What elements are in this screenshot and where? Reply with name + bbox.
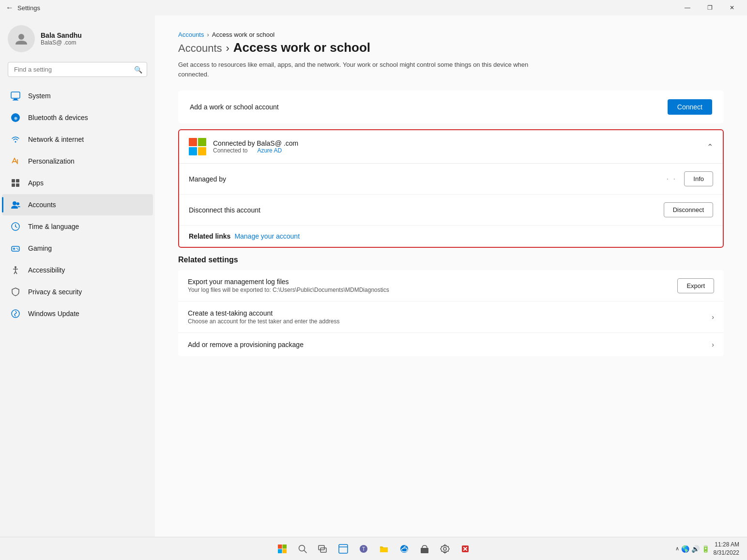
svg-point-24 (15, 266, 16, 268)
info-button[interactable]: Info (684, 171, 713, 186)
taskbar-icons: T (273, 539, 475, 559)
connected-subtitle: Connected to Azure AD (213, 147, 298, 154)
app-container: Bala Sandhu BalaS@ .com 🔍 System ⎈ (0, 15, 747, 537)
time-icon (10, 221, 21, 232)
sidebar-item-accounts[interactable]: Accounts (2, 194, 153, 215)
taskbar-clock[interactable]: 11:28 AM 8/31/2022 (714, 541, 739, 557)
browser-button[interactable] (334, 539, 353, 559)
network-sys-icon[interactable]: 🌎 (681, 545, 689, 553)
svg-point-45 (443, 547, 446, 550)
sidebar-item-label-accounts: Accounts (28, 201, 56, 209)
test-taking-row[interactable]: Create a test-taking account Choose an a… (178, 302, 724, 333)
sidebar-item-label-apps: Apps (28, 179, 44, 187)
accounts-icon (10, 199, 21, 211)
connected-header-left: Connected by BalaS@ .com Connected to Az… (189, 138, 298, 155)
export-log-desc: Your log files will be exported to: C:\U… (188, 287, 389, 293)
svg-rect-38 (339, 545, 348, 553)
svg-line-27 (14, 272, 15, 274)
tools-button[interactable] (456, 539, 475, 559)
breadcrumb-separator: › (207, 31, 209, 38)
taskbar: T ∧ 🌎 🔊 🔋 11:28 AM (0, 537, 747, 560)
system-icon (10, 90, 21, 102)
content-area: Accounts › Access work or school Account… (155, 15, 747, 537)
user-info: Bala Sandhu BalaS@ .com (41, 31, 82, 46)
maximize-button[interactable]: ❐ (699, 0, 721, 15)
connected-account-header: Connected by BalaS@ .com Connected to Az… (179, 130, 723, 164)
microsoft-logo (189, 138, 206, 155)
page-description: Get access to resources like email, apps… (178, 60, 556, 79)
sidebar-item-bluetooth[interactable]: ⎈ Bluetooth & devices (2, 107, 153, 128)
related-links-label: Related links (189, 232, 230, 240)
titlebar-left: ← Settings (6, 3, 40, 12)
sidebar-item-system[interactable]: System (2, 85, 153, 106)
sidebar-item-privacy[interactable]: Privacy & security (2, 281, 153, 303)
taskview-button[interactable] (313, 539, 333, 559)
search-input[interactable] (8, 62, 147, 77)
start-button[interactable] (273, 539, 292, 559)
sidebar-item-apps[interactable]: Apps (2, 172, 153, 194)
taskbar-settings-button[interactable] (435, 539, 455, 559)
svg-rect-11 (16, 179, 19, 182)
add-account-row: Add a work or school account Connect (178, 91, 724, 123)
managed-by-row: Managed by · · Info (179, 164, 723, 195)
connected-title: Connected by BalaS@ .com (213, 139, 298, 147)
network-icon (10, 134, 21, 145)
disconnect-label: Disconnect this account (189, 206, 260, 214)
battery-sys-icon[interactable]: 🔋 (701, 545, 710, 553)
privacy-icon (10, 286, 21, 298)
sidebar-item-label-bluetooth: Bluetooth & devices (28, 114, 88, 121)
connect-button[interactable]: Connect (668, 99, 712, 115)
export-log-row[interactable]: Export your management log files Your lo… (178, 270, 724, 302)
sidebar-item-label-personalization: Personalization (28, 157, 75, 165)
export-button[interactable]: Export (677, 278, 714, 293)
close-button[interactable]: ✕ (721, 0, 743, 15)
volume-sys-icon[interactable]: 🔊 (691, 545, 700, 553)
sidebar-item-time[interactable]: Time & language (2, 216, 153, 237)
test-taking-chevron: › (712, 313, 714, 321)
breadcrumb: Accounts › Access work or school (178, 31, 724, 38)
teams-button[interactable]: T (354, 539, 373, 559)
managed-by-label: Managed by (189, 175, 226, 183)
taskbar-sys-icons: ∧ 🌎 🔊 🔋 (675, 545, 710, 553)
chevron-up-icon[interactable]: ⌃ (707, 142, 713, 151)
user-name: Bala Sandhu (41, 31, 82, 39)
svg-rect-33 (282, 549, 287, 553)
taskbar-search-button[interactable] (293, 539, 312, 559)
sidebar-item-gaming[interactable]: Gaming (2, 238, 153, 259)
svg-rect-3 (14, 99, 17, 100)
file-explorer-button[interactable] (374, 539, 394, 559)
manage-account-link[interactable]: Manage your account (234, 232, 300, 240)
accessibility-icon (10, 264, 21, 276)
sidebar: Bala Sandhu BalaS@ .com 🔍 System ⎈ (0, 15, 155, 537)
sidebar-item-personalization[interactable]: Personalization (2, 151, 153, 172)
personalization-icon (10, 155, 21, 167)
sidebar-item-label-privacy: Privacy & security (28, 288, 82, 296)
back-icon[interactable]: ← (6, 3, 14, 12)
breadcrumb-parent[interactable]: Accounts (178, 31, 204, 38)
svg-point-22 (16, 248, 17, 249)
svg-rect-4 (13, 100, 18, 101)
provisioning-title: Add or remove a provisioning package (188, 341, 304, 348)
edge-button[interactable] (395, 539, 414, 559)
disconnect-button[interactable]: Disconnect (664, 202, 713, 217)
sidebar-item-windows-update[interactable]: Windows Update (2, 303, 153, 324)
titlebar: ← Settings — ❐ ✕ (0, 0, 747, 15)
sidebar-item-accessibility[interactable]: Accessibility (2, 259, 153, 281)
breadcrumb-parent-title: Accounts (178, 42, 222, 55)
chevron-up-systray[interactable]: ∧ (675, 545, 679, 552)
svg-text:T: T (362, 546, 365, 552)
managed-by-dots: · · (666, 174, 676, 184)
sidebar-item-network[interactable]: Network & internet (2, 129, 153, 150)
user-profile: Bala Sandhu BalaS@ .com (0, 15, 155, 62)
svg-point-14 (13, 201, 16, 205)
svg-rect-12 (12, 183, 15, 187)
svg-rect-2 (11, 92, 20, 98)
minimize-button[interactable]: — (676, 0, 699, 15)
store-button[interactable] (415, 539, 434, 559)
svg-point-1 (18, 34, 24, 40)
sidebar-item-label-network: Network & internet (28, 136, 84, 143)
provisioning-row[interactable]: Add or remove a provisioning package › (178, 333, 724, 356)
taskbar-time-value: 11:28 AM (714, 541, 739, 549)
disconnect-row: Disconnect this account Disconnect (179, 195, 723, 226)
export-log-title: Export your management log files (188, 278, 389, 286)
